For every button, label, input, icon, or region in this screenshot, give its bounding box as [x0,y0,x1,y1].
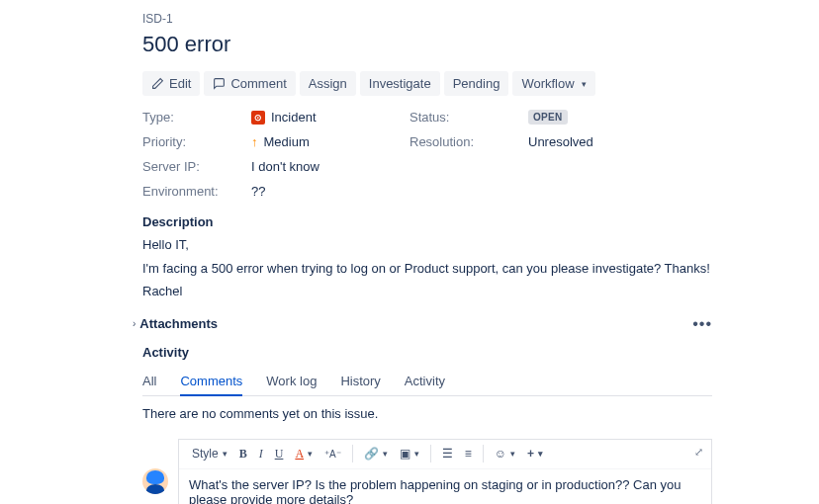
status-lozenge: OPEN [528,110,568,125]
resolution-value: Unresolved [528,134,677,149]
bullet-list-button[interactable]: ☰ [437,444,458,463]
text-color-button[interactable]: A▾ [290,444,318,464]
attachments-heading[interactable]: Attachments [139,316,218,331]
comment-button[interactable]: Comment [204,71,295,96]
workflow-button[interactable]: Workflow ▾ [512,71,594,96]
emoji-button[interactable]: ☺▾ [490,444,520,463]
underline-button[interactable]: U [270,444,289,464]
comment-icon [213,77,226,90]
incident-icon: ⊙ [251,111,265,125]
priority-medium-icon: ↑ [251,134,258,149]
italic-button[interactable]: I [254,444,268,464]
server-ip-value[interactable]: I don't know [251,159,410,174]
environment-value[interactable]: ?? [251,184,410,199]
tab-comments[interactable]: Comments [180,368,242,396]
number-list-button[interactable]: ≡ [460,444,477,463]
resolution-label: Resolution: [410,134,528,149]
issue-title[interactable]: 500 error [142,32,712,57]
attachment-button[interactable]: ▣▾ [395,444,424,463]
investigate-button[interactable]: Investigate [360,71,440,96]
avatar [142,468,168,494]
more-actions-icon[interactable]: ••• [692,315,712,333]
status-label: Status: [410,110,528,125]
pending-button[interactable]: Pending [444,71,509,96]
server-ip-label: Server IP: [142,159,251,174]
description-body[interactable]: Hello IT, I'm facing a 500 error when tr… [142,235,712,301]
chevron-down-icon: ▾ [582,79,587,89]
style-dropdown[interactable]: Style▾ [187,444,232,463]
pencil-icon [151,77,164,90]
environment-label: Environment: [142,184,251,199]
edit-button[interactable]: Edit [142,71,200,96]
tab-all[interactable]: All [142,368,156,395]
priority-label: Priority: [142,134,251,149]
edit-label: Edit [169,76,191,91]
comment-editor[interactable]: Style▾ B I U A▾ ⁺A⁻ 🔗▾ ▣▾ ☰ ≡ ☺▾ +▾ ⤢ Wh… [178,439,712,505]
type-label: Type: [142,110,251,125]
type-value[interactable]: ⊙ Incident [251,110,410,125]
comment-textarea[interactable]: What's the server IP? Is the problem hap… [179,469,711,505]
comment-label: Comment [230,76,286,91]
tab-worklog[interactable]: Work log [266,368,317,395]
tab-activity[interactable]: Activity [405,368,445,395]
bold-button[interactable]: B [234,444,252,464]
action-toolbar: Edit Comment Assign Investigate Pending … [142,71,712,96]
link-button[interactable]: 🔗▾ [359,444,393,463]
tab-history[interactable]: History [340,368,380,395]
field-grid: Type: ⊙ Incident Status: OPEN Priority: … [142,110,712,199]
chevron-right-icon[interactable]: › [133,318,136,329]
issue-key[interactable]: ISD-1 [142,12,712,26]
add-button[interactable]: +▾ [522,444,548,463]
priority-value[interactable]: ↑ Medium [251,134,410,149]
status-value[interactable]: OPEN [528,110,677,125]
editor-toolbar: Style▾ B I U A▾ ⁺A⁻ 🔗▾ ▣▾ ☰ ≡ ☺▾ +▾ [179,440,711,469]
no-comments-text: There are no comments yet on this issue. [142,406,712,421]
description-heading: Description [142,214,712,229]
clear-format-button[interactable]: ⁺A⁻ [319,446,346,462]
activity-tabs: All Comments Work log History Activity [142,368,712,396]
activity-heading: Activity [142,345,712,360]
assign-button[interactable]: Assign [300,71,356,96]
expand-icon[interactable]: ⤢ [694,446,703,459]
